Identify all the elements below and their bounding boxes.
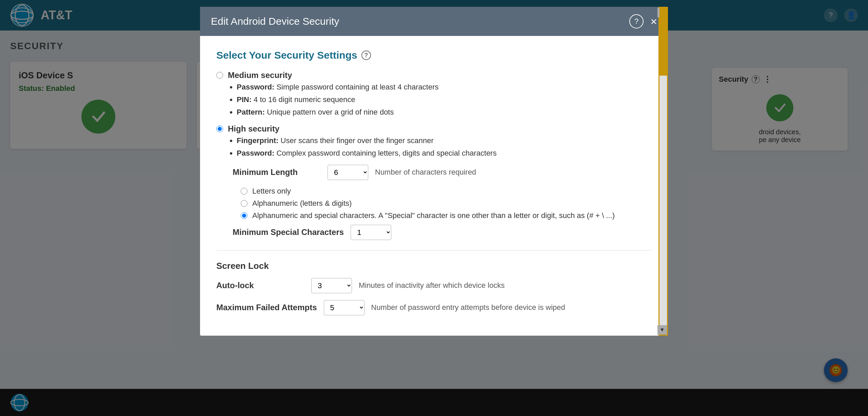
medium-security-label: Medium security (228, 71, 292, 80)
alphanumeric-special-option: Alphanumeric and special characters. A "… (241, 211, 652, 220)
high-security-radio[interactable] (216, 125, 223, 132)
char-type-group: Letters only Alphanumeric (letters & dig… (233, 187, 652, 220)
modal-overlay: Edit Android Device Security ? × Select … (0, 0, 868, 416)
security-settings-title: Select Your Security Settings ? (216, 49, 652, 61)
max-failed-row: Maximum Failed Attempts 3 4 5 6 7 8 10 N… (216, 300, 652, 315)
high-bullet-fingerprint: Fingerprint: User scans their finger ove… (237, 136, 652, 146)
high-bullet-password: Password: Complex password containing le… (237, 148, 652, 159)
section-help-icon[interactable]: ? (361, 51, 371, 60)
modal-dialog: Edit Android Device Security ? × Select … (200, 7, 668, 336)
medium-security-radio[interactable] (216, 72, 223, 79)
auto-lock-hint: Minutes of inactivity after which device… (359, 281, 505, 290)
modal-scrollbar[interactable]: ▲ ▼ (658, 7, 668, 336)
auto-lock-label: Auto-lock (216, 281, 304, 290)
modal-title: Edit Android Device Security (211, 16, 339, 27)
high-security-group: High security Fingerprint: User scans th… (216, 124, 652, 240)
letters-only-option: Letters only (241, 187, 652, 196)
letters-only-radio[interactable] (241, 188, 248, 195)
medium-security-bullets: Password: Simple password containing at … (216, 82, 652, 117)
high-security-option: High security (216, 124, 652, 134)
min-length-row: Minimum Length 4 5 6 7 8 9 10 12 16 (233, 165, 652, 180)
medium-security-group: Medium security Password: Simple passwor… (216, 71, 652, 117)
modal-header-actions: ? × (629, 14, 657, 28)
alphanumeric-special-label: Alphanumeric and special characters. A "… (252, 211, 615, 220)
high-security-bullets: Fingerprint: User scans their finger ove… (216, 136, 652, 159)
section-divider (216, 250, 652, 251)
letters-only-label: Letters only (252, 187, 291, 196)
max-failed-select[interactable]: 3 4 5 6 7 8 10 (324, 300, 364, 315)
min-length-hint: Number of characters required (375, 168, 476, 177)
modal-header: Edit Android Device Security ? × (200, 7, 668, 36)
min-special-select[interactable]: 0 1 2 3 4 5 (351, 225, 391, 240)
auto-lock-select[interactable]: 1 2 3 4 5 10 15 30 (311, 278, 352, 293)
medium-bullet-password: Password: Simple password containing at … (237, 82, 652, 93)
modal-body: Select Your Security Settings ? Medium s… (200, 36, 668, 336)
alphanumeric-label: Alphanumeric (letters & digits) (252, 199, 352, 208)
high-security-subsection: Minimum Length 4 5 6 7 8 9 10 12 16 (216, 165, 652, 240)
medium-bullet-pin: PIN: 4 to 16 digit numeric sequence (237, 95, 652, 105)
modal-help-button[interactable]: ? (629, 14, 644, 28)
max-failed-label: Maximum Failed Attempts (216, 303, 317, 312)
min-special-row: Minimum Special Characters 0 1 2 3 4 5 (233, 225, 652, 240)
alphanumeric-special-radio[interactable] (241, 212, 248, 219)
alphanumeric-option: Alphanumeric (letters & digits) (241, 199, 652, 208)
min-length-select[interactable]: 4 5 6 7 8 9 10 12 16 (328, 165, 368, 180)
min-special-label: Minimum Special Characters (233, 227, 344, 237)
modal-close-button[interactable]: × (650, 16, 657, 27)
screen-lock-title: Screen Lock (216, 261, 652, 271)
high-security-label: High security (228, 124, 279, 134)
max-failed-hint: Number of password entry attempts before… (371, 303, 565, 312)
scroll-down-button[interactable]: ▼ (657, 325, 667, 335)
auto-lock-row: Auto-lock 1 2 3 4 5 10 15 30 Minutes of … (216, 278, 652, 293)
medium-security-option: Medium security (216, 71, 652, 80)
min-length-label: Minimum Length (233, 167, 321, 177)
alphanumeric-radio[interactable] (241, 200, 248, 207)
medium-bullet-pattern: Pattern: Unique pattern over a grid of n… (237, 107, 652, 118)
scrollbar-thumb[interactable] (659, 8, 667, 76)
